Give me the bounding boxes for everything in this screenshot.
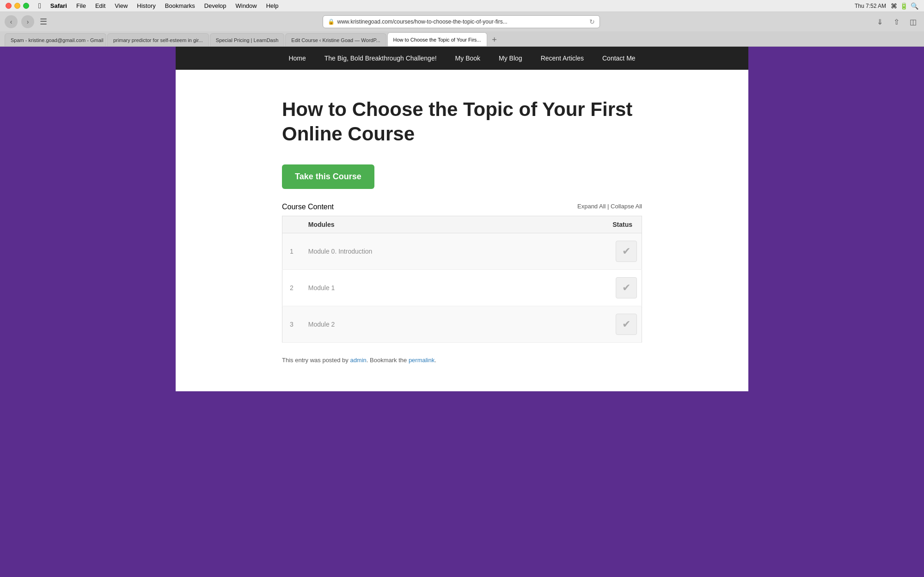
footer-prefix: This entry was posted by [282,357,350,364]
nav-articles[interactable]: Recent Articles [532,55,593,62]
tab-label: How to Choose the Topic of Your Firs... [393,37,481,43]
permalink-link[interactable]: permalink [409,357,434,364]
course-content-label: Course Content [282,203,334,211]
address-bar[interactable]: 🔒 www.kristinegoad.com/courses/how-to-ch… [323,15,600,28]
status-cell: ✔ [533,233,642,270]
view-menu[interactable]: View [110,2,132,9]
footer-suffix: . [434,357,436,364]
toolbar-actions: ⇓ ⇧ ◫ [873,15,919,28]
tab-label: Edit Course ‹ Kristine Goad — WordP... [291,37,380,43]
row-number: 1 [282,233,301,270]
entry-footer: This entry was posted by admin. Bookmark… [282,357,642,364]
module-name[interactable]: Module 1 [301,270,534,306]
checkmark-icon: ✔ [622,318,630,330]
table-row: 3 Module 2 ✔ [282,306,642,343]
modules-list: 1 Module 0. Introduction ✔ 2 Module 1 [282,233,642,343]
status-cell: ✔ [533,270,642,306]
website-container: Home The Big, Bold Breakthrough Challeng… [176,47,748,391]
separator: | [607,203,611,210]
collapse-all-link[interactable]: Collapse All [611,203,642,210]
browser-chrome: ‹ › ☰ 🔒 www.kristinegoad.com/courses/how… [0,12,924,47]
tab-label: Special Pricing | LearnDash [216,37,279,43]
nav-blog[interactable]: My Blog [490,55,532,62]
minimize-button[interactable] [14,3,20,9]
apple-menu[interactable]:  [34,2,46,10]
course-content-header: Course Content Expand All | Collapse All [282,203,642,211]
file-menu[interactable]: File [72,2,91,9]
browser-tabs: Spam - kristine.goad@gmail.com - Gmail p… [0,31,924,46]
download-icon[interactable]: ⇓ [873,15,886,28]
url-icon: 🔒 [328,18,335,25]
traffic-lights[interactable] [6,3,29,9]
checkmark-icon: ✔ [622,245,630,257]
browser-toolbar: ‹ › ☰ 🔒 www.kristinegoad.com/courses/how… [0,12,924,31]
bookmarks-menu[interactable]: Bookmarks [160,2,200,9]
status-icons: ⌘ 🔋 🔍 [891,2,918,10]
develop-menu[interactable]: Develop [200,2,231,9]
close-button[interactable] [6,3,12,9]
window-menu[interactable]: Window [231,2,261,9]
col-num [282,216,301,233]
safari-menu[interactable]: Safari [46,2,72,9]
fullscreen-button[interactable] [23,3,29,9]
left-purple-bg [0,47,176,391]
clock: Thu 7:52 AM [855,3,886,9]
course-table: Modules Status 1 Module 0. Introduction … [282,216,642,343]
battery-icon: 🔋 [900,2,908,10]
page-title: How to Choose the Topic of Your First On… [282,97,642,146]
tab-specialpricing[interactable]: Special Pricing | LearnDash [210,33,285,46]
help-menu[interactable]: Help [262,2,283,9]
new-tab-button[interactable]: + [488,33,501,46]
forward-button[interactable]: › [21,15,34,28]
right-purple-bg [748,47,924,391]
back-button[interactable]: ‹ [5,15,18,28]
tab-label: primary predictor for self-esteem in gir… [113,37,203,43]
tab-gmail[interactable]: Spam - kristine.goad@gmail.com - Gmail [5,33,106,46]
col-status: Status [533,216,642,233]
checkmark-icon: ✔ [622,282,630,294]
module-name[interactable]: Module 2 [301,306,534,343]
table-header: Modules Status [282,216,642,233]
os-menu:  Safari File Edit View History Bookmark… [34,2,283,10]
check-badge: ✔ [616,314,637,335]
search-icon[interactable]: 🔍 [911,2,918,10]
expand-all-link[interactable]: Expand All [577,203,606,210]
check-badge: ✔ [616,241,637,262]
col-modules: Modules [301,216,534,233]
row-number: 2 [282,270,301,306]
table-row: 2 Module 1 ✔ [282,270,642,306]
tab-course-active[interactable]: How to Choose the Topic of Your Firs... [387,32,487,46]
mac-menubar:  Safari File Edit View History Bookmark… [0,0,924,12]
nav-home[interactable]: Home [279,55,315,62]
url-text: www.kristinegoad.com/courses/how-to-choo… [337,18,508,25]
footer-middle: . Bookmark the [367,357,409,364]
tab-label: Spam - kristine.goad@gmail.com - Gmail [11,37,104,43]
take-course-button[interactable]: Take this Course [282,164,374,189]
check-badge: ✔ [616,277,637,298]
history-menu[interactable]: History [132,2,160,9]
wifi-icon: ⌘ [891,2,897,10]
site-nav: Home The Big, Bold Breakthrough Challeng… [176,47,748,70]
table-row: 1 Module 0. Introduction ✔ [282,233,642,270]
share-icon[interactable]: ⇧ [890,15,903,28]
module-name[interactable]: Module 0. Introduction [301,233,534,270]
tab-editcourse[interactable]: Edit Course ‹ Kristine Goad — WordP... [285,33,386,46]
admin-link[interactable]: admin [350,357,366,364]
sidebar-toggle[interactable]: ☰ [38,15,49,29]
page-layout: Home The Big, Bold Breakthrough Challeng… [0,47,924,391]
tab-selfesteem[interactable]: primary predictor for self-esteem in gir… [107,33,209,46]
status-cell: ✔ [533,306,642,343]
edit-menu[interactable]: Edit [91,2,110,9]
nav-challenge[interactable]: The Big, Bold Breakthrough Challenge! [315,55,446,62]
reading-list-icon[interactable]: ◫ [906,15,919,28]
content-area: How to Choose the Topic of Your First On… [176,70,748,391]
nav-contact[interactable]: Contact Me [593,55,645,62]
reload-icon[interactable]: ↻ [589,18,595,25]
nav-book[interactable]: My Book [446,55,490,62]
row-number: 3 [282,306,301,343]
expand-collapse-controls: Expand All | Collapse All [577,203,642,210]
